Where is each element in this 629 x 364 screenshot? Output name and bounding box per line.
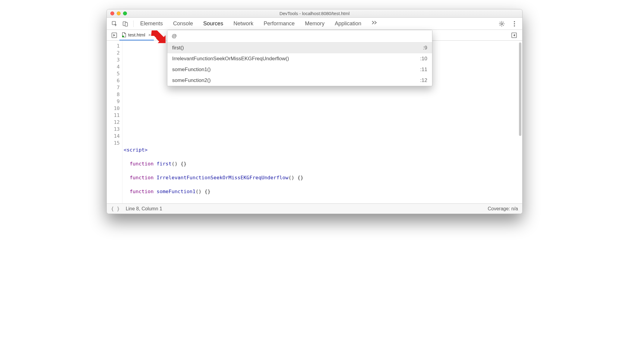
devtools-window: DevTools - localhost:8080/test.html Elem… — [106, 9, 523, 214]
quick-open-item[interactable]: IrrelevantFunctionSeekOrMissEKGFreqUnder… — [167, 53, 432, 64]
file-tab-test-html[interactable]: test.html × — [119, 30, 154, 40]
coverage-status: Coverage: n/a — [488, 206, 518, 212]
svg-point-8 — [122, 36, 124, 37]
quick-open-input[interactable] — [167, 30, 432, 42]
quick-open-list: first() :9 IrrelevantFunctionSeekOrMissE… — [167, 42, 432, 86]
tab-elements[interactable]: Elements — [140, 19, 163, 28]
quick-open-item-line: :12 — [420, 77, 427, 83]
line-number-gutter: 123456789101112131415 — [107, 41, 122, 203]
tab-application[interactable]: Application — [334, 19, 362, 28]
quick-open-item-label: someFunction2() — [172, 77, 211, 83]
window-title: DevTools - localhost:8080/test.html — [107, 11, 522, 16]
file-icon — [122, 32, 126, 37]
quick-open-item-label: someFunction1() — [172, 67, 211, 73]
tab-network[interactable]: Network — [233, 19, 254, 28]
quick-open-item-label: first() — [172, 45, 184, 51]
quick-open-popup: first() :9 IrrelevantFunctionSeekOrMissE… — [167, 30, 432, 86]
toolbar-right — [497, 19, 519, 29]
inspect-element-icon[interactable] — [110, 19, 119, 29]
tab-memory[interactable]: Memory — [304, 19, 325, 28]
traffic-lights — [107, 11, 127, 15]
quick-open-item-line: :9 — [423, 45, 427, 51]
tab-sources[interactable]: Sources — [203, 19, 224, 28]
quick-open-item[interactable]: someFunction1() :11 — [167, 64, 432, 75]
device-toolbar-icon[interactable] — [121, 19, 130, 29]
kebab-menu-icon[interactable] — [510, 19, 519, 29]
zoom-window-button[interactable] — [123, 11, 127, 15]
status-bar: { } Line 8, Column 1 Coverage: n/a — [107, 203, 522, 214]
tabs-overflow-icon[interactable] — [371, 19, 378, 28]
toolbar-separator — [133, 20, 134, 27]
minimize-window-button[interactable] — [117, 11, 121, 15]
tab-console[interactable]: Console — [172, 19, 194, 28]
quick-open-item-label: IrrelevantFunctionSeekOrMissEKGFreqUnder… — [172, 56, 289, 62]
quick-open-item-line: :10 — [420, 56, 427, 62]
svg-point-4 — [514, 21, 515, 22]
main-toolbar: Elements Console Sources Network Perform… — [107, 18, 522, 30]
quick-open-item-line: :11 — [420, 67, 427, 73]
quick-open-item[interactable]: someFunction2() :12 — [167, 75, 432, 86]
editor-tabstrip: test.html × first() :9 IrrelevantFunctio… — [107, 30, 522, 41]
svg-point-3 — [501, 23, 503, 25]
tab-performance[interactable]: Performance — [263, 19, 295, 28]
pretty-print-icon[interactable]: { } — [111, 206, 120, 212]
file-tab-label: test.html — [128, 32, 145, 37]
quick-open-item[interactable]: first() :9 — [167, 42, 432, 53]
debugger-sidebar-toggle-icon[interactable] — [509, 33, 519, 38]
titlebar: DevTools - localhost:8080/test.html — [107, 9, 522, 18]
panel-tabs: Elements Console Sources Network Perform… — [140, 19, 496, 28]
navigator-toggle-icon[interactable] — [109, 30, 119, 40]
close-tab-icon[interactable]: × — [148, 32, 151, 37]
svg-rect-2 — [125, 23, 128, 26]
cursor-position: Line 8, Column 1 — [126, 206, 162, 212]
vertical-scrollbar[interactable] — [519, 42, 521, 136]
svg-point-6 — [514, 25, 515, 27]
svg-point-5 — [514, 23, 515, 24]
settings-gear-icon[interactable] — [497, 19, 507, 29]
close-window-button[interactable] — [110, 11, 114, 15]
